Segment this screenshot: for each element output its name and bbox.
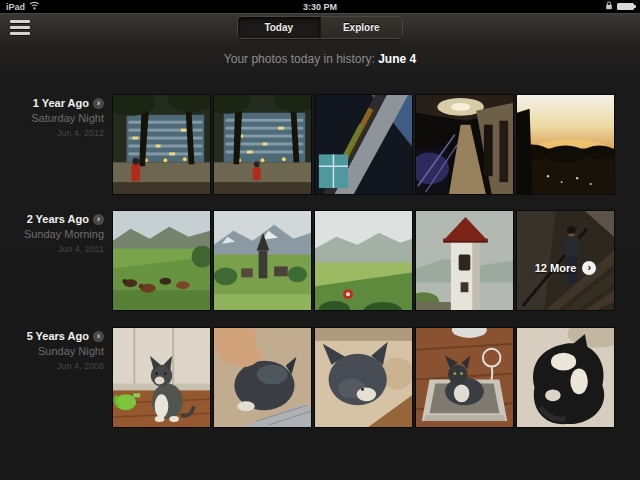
flashback-row-2-years: 2 Years Ago Sunday Morning Jun 4, 2011 <box>0 211 640 310</box>
photo-thumbnail[interactable] <box>315 211 412 310</box>
nav-bar: Today Explore <box>0 13 640 42</box>
ipad-screen: iPad 3:30 PM <box>0 0 640 480</box>
chevron-right-icon <box>93 331 104 342</box>
page-title-date: June 4 <box>378 52 416 66</box>
photo-thumbnail[interactable] <box>113 328 210 427</box>
photo-thumbnail[interactable] <box>214 328 311 427</box>
row-date: Jun 4, 2008 <box>0 361 104 371</box>
flashback-row-5-years: 5 Years Ago Sunday Night Jun 4, 2008 <box>0 328 640 427</box>
photo-thumbnail[interactable] <box>214 95 311 194</box>
row-title-5-years[interactable]: 5 Years Ago <box>0 330 104 342</box>
row-title-1-year[interactable]: 1 Year Ago <box>0 97 104 109</box>
photo-thumbnail[interactable] <box>214 211 311 310</box>
photo-thumbnail[interactable] <box>517 328 614 427</box>
chevron-right-icon <box>93 214 104 225</box>
chevron-right-icon <box>93 98 104 109</box>
photo-thumbnail[interactable] <box>416 211 513 310</box>
photo-thumbnail[interactable] <box>113 95 210 194</box>
photo-thumbnail[interactable] <box>416 95 513 194</box>
tab-today[interactable]: Today <box>238 17 320 38</box>
row-date: Jun 4, 2012 <box>0 128 104 138</box>
status-bar: iPad 3:30 PM <box>0 0 640 13</box>
menu-button[interactable] <box>8 19 32 36</box>
row-subtitle: Sunday Morning <box>0 228 104 240</box>
photo-thumbnail[interactable] <box>113 211 210 310</box>
more-photos-button[interactable]: 12 More <box>517 261 614 275</box>
content-area: Your photos today in history: June 4 1 Y… <box>0 41 640 480</box>
chevron-right-circle-icon <box>582 261 596 275</box>
tab-explore[interactable]: Explore <box>320 17 403 38</box>
photo-thumbnail[interactable] <box>315 328 412 427</box>
row-title-2-years[interactable]: 2 Years Ago <box>0 213 104 225</box>
row-date: Jun 4, 2011 <box>0 244 104 254</box>
photo-thumbnail[interactable] <box>517 95 614 194</box>
flashback-row-1-year: 1 Year Ago Saturday Night Jun 4, 2012 <box>0 95 640 194</box>
tab-switcher: Today Explore <box>237 16 403 39</box>
page-title: Your photos today in history: June 4 <box>0 52 640 66</box>
row-subtitle: Sunday Night <box>0 345 104 357</box>
battery-icon <box>617 3 634 10</box>
row-subtitle: Saturday Night <box>0 112 104 124</box>
page-title-prefix: Your photos today in history: <box>224 52 375 66</box>
photo-thumbnail[interactable] <box>315 95 412 194</box>
hamburger-icon <box>10 20 30 23</box>
clock: 3:30 PM <box>0 2 640 12</box>
photo-thumbnail-more[interactable]: 12 More <box>517 211 614 310</box>
photo-thumbnail[interactable] <box>416 328 513 427</box>
